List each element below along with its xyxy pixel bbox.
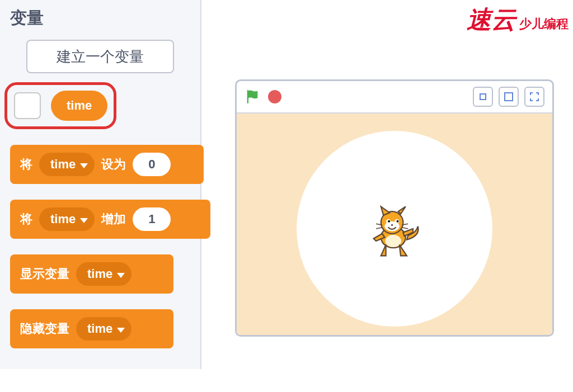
change-variable-block[interactable]: 将 time 增加 1 <box>10 200 210 239</box>
block-text: 设为 <box>101 156 126 173</box>
value-input[interactable]: 1 <box>133 207 171 231</box>
block-text: 将 <box>20 156 32 173</box>
svg-line-12 <box>376 228 382 229</box>
stage-toolbar <box>237 81 552 114</box>
stage-container <box>235 79 554 337</box>
svg-point-3 <box>386 235 402 247</box>
variable-dropdown[interactable]: time <box>76 262 131 286</box>
svg-rect-0 <box>480 94 486 100</box>
variable-visibility-checkbox[interactable] <box>14 92 41 119</box>
svg-rect-1 <box>505 93 513 101</box>
svg-point-10 <box>391 224 393 226</box>
variable-reporter-highlight: time <box>4 82 116 129</box>
large-stage-button[interactable] <box>499 87 519 107</box>
brand-logo: 速云 少儿编程 <box>467 3 569 36</box>
variable-dropdown[interactable]: time <box>76 317 131 341</box>
variable-dropdown[interactable]: time <box>39 153 95 176</box>
small-stage-button[interactable] <box>473 87 493 107</box>
block-text: 隐藏变量 <box>20 320 69 337</box>
svg-point-8 <box>388 220 390 223</box>
show-variable-block[interactable]: 显示变量 time <box>10 254 173 294</box>
hide-variable-block[interactable]: 隐藏变量 time <box>10 309 173 348</box>
block-text: 将 <box>20 211 32 228</box>
set-variable-block[interactable]: 将 time 设为 0 <box>10 145 204 184</box>
fullscreen-button[interactable] <box>524 87 544 107</box>
variables-panel: 变量 建立一个变量 time 将 time 设为 0 将 time 增加 1 显… <box>0 0 201 369</box>
block-text: 显示变量 <box>20 266 69 282</box>
brand-tagline: 少儿编程 <box>519 16 569 32</box>
value-input[interactable]: 0 <box>133 153 171 176</box>
section-title: 变量 <box>10 7 194 30</box>
make-variable-button[interactable]: 建立一个变量 <box>26 40 174 73</box>
stage[interactable] <box>237 114 552 335</box>
green-flag-button[interactable] <box>245 89 260 105</box>
stop-button[interactable] <box>268 90 281 103</box>
scratch-cat-sprite[interactable] <box>364 202 425 263</box>
block-text: 增加 <box>101 211 126 228</box>
brand-name: 速云 <box>467 3 516 36</box>
variable-reporter-block[interactable]: time <box>51 91 107 121</box>
svg-point-9 <box>397 220 399 223</box>
variable-dropdown[interactable]: time <box>39 207 95 231</box>
svg-line-14 <box>402 228 408 229</box>
